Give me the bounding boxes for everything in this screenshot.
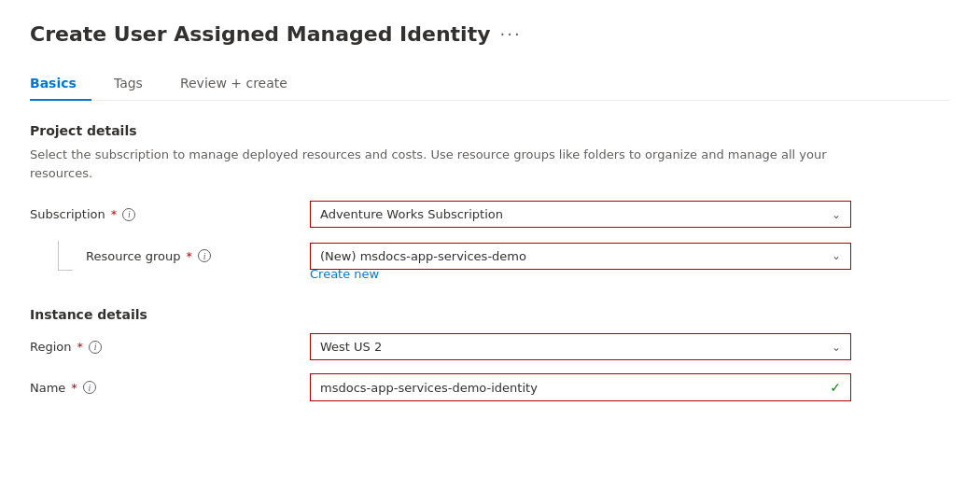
subscription-control: Adventure Works Subscription ⌄ [310, 201, 851, 228]
subscription-required: * [111, 207, 118, 221]
region-control: West US 2 ⌄ [310, 333, 851, 360]
name-value: msdocs-app-services-demo-identity [320, 381, 538, 395]
resource-group-info-icon[interactable]: i [198, 249, 211, 262]
resource-group-control: (New) msdocs-app-services-demo ⌄ [310, 243, 851, 270]
instance-details-section: Instance details Region * i West US 2 ⌄ … [30, 307, 950, 401]
region-field-row: Region * i West US 2 ⌄ [30, 333, 950, 360]
subscription-value: Adventure Works Subscription [320, 207, 503, 221]
region-label: Region [30, 340, 72, 354]
subscription-field-row: Subscription * i Adventure Works Subscri… [30, 201, 950, 228]
resource-group-field-row: Resource group * i (New) msdocs-app-serv… [30, 241, 950, 271]
resource-group-label-col: Resource group * i [30, 241, 310, 271]
tab-bar: Basics Tags Review + create [30, 68, 950, 101]
name-label: Name [30, 381, 65, 395]
name-field-row: Name * i msdocs-app-services-demo-identi… [30, 373, 950, 401]
region-required: * [77, 340, 84, 354]
name-info-icon[interactable]: i [83, 381, 96, 394]
page-title-row: Create User Assigned Managed Identity ··… [30, 22, 950, 46]
name-label-col: Name * i [30, 381, 310, 395]
subscription-label: Subscription [30, 207, 105, 221]
resource-group-label: Resource group [86, 249, 181, 263]
project-details-title: Project details [30, 123, 950, 138]
resource-group-required: * [187, 249, 193, 263]
resource-group-dropdown[interactable]: (New) msdocs-app-services-demo ⌄ [310, 243, 851, 270]
name-input[interactable]: msdocs-app-services-demo-identity ✓ [310, 373, 851, 401]
name-required: * [71, 381, 77, 395]
indent-connector [58, 241, 73, 271]
tab-basics[interactable]: Basics [30, 68, 91, 100]
region-info-icon[interactable]: i [89, 341, 102, 354]
more-options-icon[interactable]: ··· [500, 24, 522, 44]
resource-group-chevron-icon: ⌄ [832, 249, 841, 262]
subscription-dropdown[interactable]: Adventure Works Subscription ⌄ [310, 201, 851, 228]
region-value: West US 2 [320, 340, 382, 354]
region-chevron-icon: ⌄ [832, 341, 841, 354]
tab-tags[interactable]: Tags [114, 68, 158, 100]
project-details-description: Select the subscription to manage deploy… [30, 146, 833, 182]
region-dropdown[interactable]: West US 2 ⌄ [310, 333, 851, 360]
name-control: msdocs-app-services-demo-identity ✓ [310, 373, 851, 401]
tab-review-create[interactable]: Review + create [180, 68, 302, 100]
instance-details-title: Instance details [30, 307, 950, 322]
name-valid-icon: ✓ [830, 380, 841, 395]
subscription-info-icon[interactable]: i [122, 208, 135, 221]
page-title: Create User Assigned Managed Identity [30, 22, 491, 46]
page-container: Create User Assigned Managed Identity ··… [0, 0, 980, 490]
project-details-section: Project details Select the subscription … [30, 123, 950, 281]
resource-group-value: (New) msdocs-app-services-demo [320, 249, 526, 263]
region-label-col: Region * i [30, 340, 310, 354]
subscription-chevron-icon: ⌄ [832, 208, 841, 221]
subscription-label-col: Subscription * i [30, 207, 310, 221]
